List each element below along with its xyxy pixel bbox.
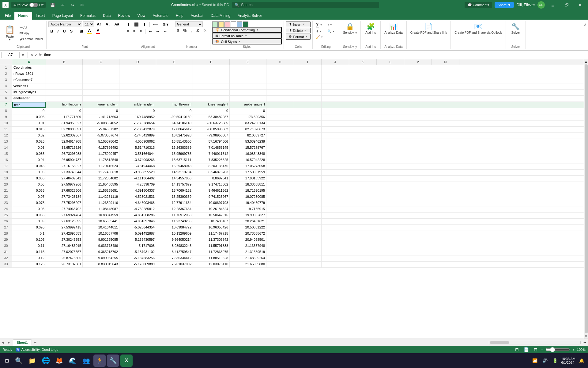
formula-input[interactable] [43, 53, 587, 57]
taskbar-teams[interactable]: 👥 [80, 355, 92, 367]
taskbar-tool1[interactable]: 🔧 [107, 355, 119, 367]
tab-data-mining[interactable]: Data Mining [207, 12, 234, 20]
save-button[interactable]: 💾 [48, 2, 57, 8]
comma-button[interactable]: , [189, 28, 194, 34]
tab-review[interactable]: Review [114, 12, 134, 20]
taskbar-edge[interactable]: 🌊 [66, 355, 79, 367]
col-header-i[interactable]: I [294, 59, 322, 65]
format-as-table-button[interactable]: ⊞ Format as Table ▼ [212, 33, 282, 39]
tab-page-layout[interactable]: Page Layout [49, 12, 77, 20]
col-header-n[interactable]: N [432, 59, 459, 65]
taskbar-firefox[interactable]: 🦊 [53, 355, 65, 367]
wrap-text-button[interactable]: ⟵ [151, 21, 160, 28]
tab-file[interactable]: File [1, 12, 14, 20]
start-button[interactable]: ⊞ [2, 357, 11, 365]
align-middle-button[interactable]: ⬛ [132, 21, 141, 28]
scroll-down-button[interactable]: ▼ [584, 334, 588, 339]
cell-e2[interactable] [156, 71, 193, 77]
scroll-up-button[interactable]: ▲ [584, 59, 588, 64]
avatar[interactable]: GE [537, 1, 545, 9]
col-header-l[interactable]: L [377, 59, 404, 65]
font-name-select[interactable]: Aptos Narrow [48, 21, 82, 27]
paste-button[interactable]: 📋 Paste ▼ [2, 24, 18, 42]
normal-view-button[interactable]: ⊞ [514, 347, 520, 352]
cell-f1[interactable] [193, 65, 230, 71]
cell-e7[interactable]: hip_flexion_l [156, 102, 193, 108]
col-header-c[interactable]: C [83, 59, 119, 65]
autosum-button[interactable]: ∑ ▼ [315, 21, 326, 28]
sheet-scroll-left-button[interactable]: ◄ [0, 340, 6, 345]
font-size-select[interactable]: 11 [83, 21, 94, 27]
collapse-ribbon-button[interactable]: ∧ [584, 22, 587, 27]
page-layout-button[interactable]: 📄 [522, 347, 530, 352]
sort-filter-button[interactable]: ↕ ▼ [326, 22, 337, 27]
fill-color-button[interactable]: A [85, 28, 93, 35]
volume-icon[interactable]: 🔊 [541, 358, 549, 363]
comments-button[interactable]: 💬 Comments [465, 2, 492, 8]
align-top-button[interactable]: ⬆ [125, 21, 132, 28]
create-pdf-outlook-button[interactable]: 📧 Create PDF and Share via Outlook [453, 21, 504, 36]
confirm-formula-button[interactable]: ✓ [35, 53, 38, 57]
solver-button[interactable]: 🔧 Solver [508, 21, 524, 36]
col-header-a[interactable]: A [12, 59, 46, 65]
tab-view[interactable]: View [134, 12, 149, 20]
tab-help[interactable]: Help [172, 12, 187, 20]
fill-button[interactable]: ⬇ ▼ [315, 29, 326, 34]
taskbar-opensim[interactable]: 🏃 [93, 355, 106, 367]
cell-g1[interactable] [230, 65, 266, 71]
col-header-m[interactable]: M [404, 59, 432, 65]
cancel-formula-button[interactable]: ✕ [30, 53, 33, 57]
taskbar-chrome[interactable]: 🌐 [40, 355, 52, 367]
decrease-decimal-button[interactable]: 0. [202, 28, 208, 34]
cell-c7[interactable]: knee_angle_r [83, 102, 119, 108]
insert-button[interactable]: ⬆ Insert ▼ [286, 21, 311, 27]
undo-button[interactable]: ↩ [59, 2, 66, 8]
bold-button[interactable]: B [48, 28, 55, 34]
network-icon[interactable]: 📶 [531, 358, 539, 363]
cell-i1[interactable] [294, 65, 322, 71]
cell-b1[interactable] [46, 65, 83, 71]
battery-icon[interactable]: 🔋 [551, 358, 559, 363]
tab-analytic-solver[interactable]: Analytic Solver [234, 12, 266, 20]
col-header-e[interactable]: E [156, 59, 193, 65]
autosave-toggle[interactable] [29, 3, 38, 7]
horizontal-scrollbar[interactable] [489, 341, 581, 344]
taskbar-file-explorer[interactable]: 📁 [26, 355, 38, 367]
align-center-button[interactable]: ≡ [131, 28, 137, 34]
taskbar-search[interactable]: 🔍 [13, 355, 25, 367]
text-direction-button[interactable]: ↔ [162, 28, 169, 34]
cell-e1[interactable] [156, 65, 193, 71]
col-header-d[interactable]: D [119, 59, 156, 65]
currency-button[interactable]: $ [175, 28, 181, 34]
tab-formulas[interactable]: Formulas [77, 12, 99, 20]
cell-f7[interactable]: knee_angle_l [193, 102, 230, 108]
tab-insert[interactable]: Insert [32, 12, 49, 20]
sensitivity-button[interactable]: 🔒 Sensitivity [341, 21, 359, 36]
cell-a6[interactable]: endheader [12, 96, 46, 102]
merge-center-button[interactable]: ⊞▼ [161, 21, 171, 28]
col-header-j[interactable]: J [322, 59, 349, 65]
search-input[interactable] [241, 3, 377, 7]
cell-a1[interactable]: Coordinates [12, 65, 46, 71]
col-header-b[interactable]: B [46, 59, 83, 65]
format-button[interactable]: ⚙ Format ▼ [286, 34, 311, 40]
notification-icon[interactable]: 🔔 [578, 358, 586, 363]
italic-button[interactable]: I [56, 28, 61, 34]
tab-automate[interactable]: Automate [149, 12, 172, 20]
cell-a4[interactable]: version=1 [12, 83, 46, 89]
col-header-f[interactable]: F [193, 59, 230, 65]
align-right-button[interactable]: ≡ [138, 28, 144, 34]
autosave-button[interactable]: AutoSave Off [11, 2, 46, 8]
vertical-scrollbar[interactable]: ▲ ▼ [584, 59, 588, 339]
minimize-button[interactable]: 🗕 [547, 2, 559, 9]
decrease-indent-button[interactable]: ⇤ [147, 28, 154, 34]
sheet-options-button[interactable]: ⋯ [581, 340, 588, 345]
taskbar-excel[interactable]: X [120, 355, 133, 367]
cell-styles-button[interactable]: 🎨 Cell Styles ▼ [212, 39, 282, 44]
zoom-slider[interactable] [545, 347, 570, 352]
cell-a7[interactable]: time [12, 102, 46, 108]
align-left-button[interactable]: ≡ [125, 28, 131, 34]
format-painter-button[interactable]: 🖌 Format Painter [18, 36, 44, 41]
increase-font-button[interactable]: A↑ [95, 21, 103, 27]
cell-a3[interactable]: nColumns=7 [12, 77, 46, 83]
